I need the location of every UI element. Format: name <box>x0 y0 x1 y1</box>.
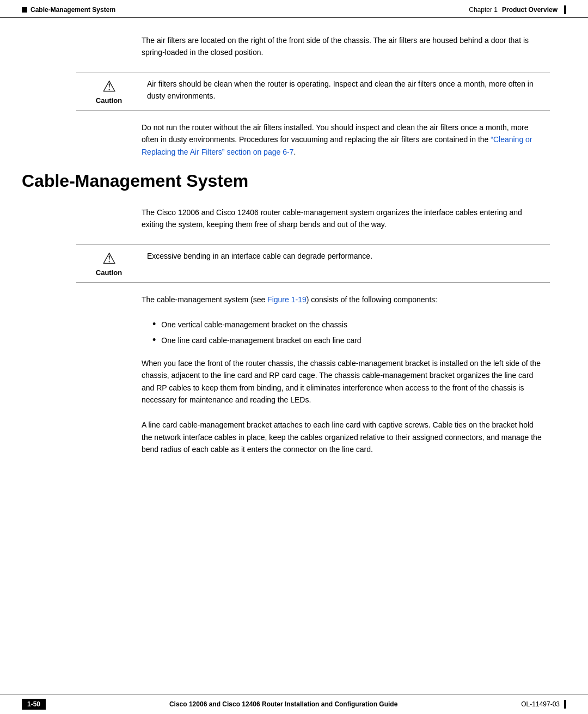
page-number: 1-50 <box>22 699 46 710</box>
figure-link[interactable]: Figure 1-19 <box>267 295 307 304</box>
chapter-label: Chapter 1 <box>469 6 498 14</box>
footer-right: OL-11497-03 <box>521 700 566 709</box>
caution-warning-icon-1: ⚠ <box>102 79 116 94</box>
page-footer: 1-50 Cisco 12006 and Cisco 12406 Router … <box>0 694 588 714</box>
header-left: Cable-Management System <box>22 6 115 14</box>
page-header: Cable-Management System Chapter 1 Produc… <box>0 0 588 18</box>
caution-label-1: Caution <box>96 96 122 105</box>
caution-block-1: ⚠ Caution Air filters should be clean wh… <box>76 72 550 111</box>
body-paragraph-1: Do not run the router without the air fi… <box>142 121 544 158</box>
body-text-after-2: ) consists of the following components: <box>307 295 437 304</box>
caution-warning-icon-2: ⚠ <box>102 251 116 266</box>
bullet-text-1: One vertical cable-management bracket on… <box>161 319 347 331</box>
footer-center: Cisco 12006 and Cisco 12406 Router Insta… <box>46 700 521 708</box>
body-text-after-1: . <box>293 148 296 156</box>
header-square-icon <box>22 7 27 13</box>
main-content: The air filters are located on the right… <box>0 18 588 512</box>
caution-icon-area-1: ⚠ Caution <box>76 78 142 105</box>
caution-label-2: Caution <box>96 268 122 277</box>
body-paragraph-2: The cable-management system (see Figure … <box>142 294 544 306</box>
caution-block-2: ⚠ Caution Excessive bending in an interf… <box>76 244 550 283</box>
footer-doc-number: OL-11497-03 <box>521 700 560 708</box>
footer-left: 1-50 <box>22 699 46 710</box>
caution-text-1: Air filters should be clean when the rou… <box>142 78 550 102</box>
chapter-title: Product Overview <box>502 6 558 14</box>
list-item: One vertical cable-management bracket on… <box>152 319 544 331</box>
footer-doc-title: Cisco 12006 and Cisco 12406 Router Insta… <box>169 700 397 708</box>
header-section-label: Cable-Management System <box>30 6 115 14</box>
header-right: Chapter 1 Product Overview <box>469 5 566 14</box>
footer-bar-icon <box>564 700 566 709</box>
bullet-list: One vertical cable-management bracket on… <box>152 319 544 346</box>
header-bar-icon <box>564 5 566 14</box>
body-text-before-2: The cable-management system (see <box>142 295 267 304</box>
bullet-text-2: One line card cable-management bracket o… <box>161 334 361 346</box>
section-heading: Cable-Management System <box>22 171 566 191</box>
caution-text-2: Excessive bending in an interface cable … <box>142 250 550 262</box>
body-paragraph-3: When you face the front of the router ch… <box>142 357 544 406</box>
intro-paragraph: The air filters are located on the right… <box>142 34 544 59</box>
body-paragraph-4: A line card cable-management bracket att… <box>142 419 544 455</box>
caution-icon-area-2: ⚠ Caution <box>76 250 142 277</box>
body-text-before-1: Do not run the router without the air fi… <box>142 123 529 144</box>
section-paragraph-1: The Cisco 12006 and Cisco 12406 router c… <box>142 206 544 231</box>
intro-text: The air filters are located on the right… <box>142 36 529 57</box>
list-item: One line card cable-management bracket o… <box>152 334 544 346</box>
